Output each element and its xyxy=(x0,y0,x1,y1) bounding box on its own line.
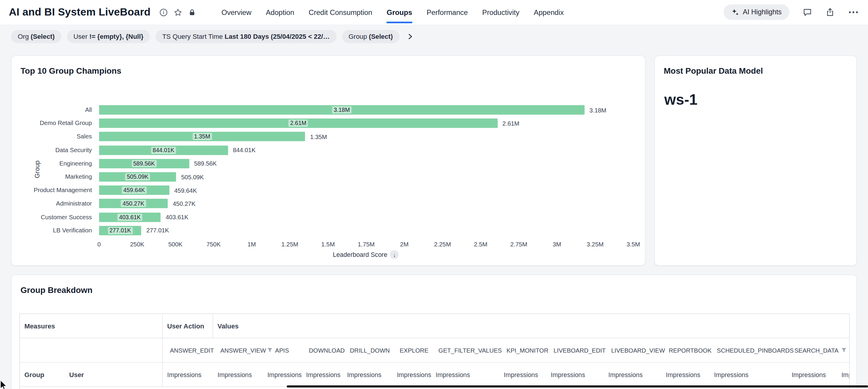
column-header-liveboard-edit[interactable]: LIVEBOARD_EDIT xyxy=(547,338,604,362)
column-header-label: ANSWER_VIEW xyxy=(220,347,266,354)
y-axis-category: Marketing xyxy=(12,173,92,180)
filter-chips: Org (Select)User != {empty}, {Null}TS Qu… xyxy=(11,30,399,43)
tab-groups[interactable]: Groups xyxy=(386,0,412,25)
tab-performance[interactable]: Performance xyxy=(427,0,468,25)
info-icon[interactable] xyxy=(160,8,168,17)
column-header-kpi-monitor[interactable]: KPI_MONITOR xyxy=(499,338,547,362)
pivot-table: Measures User Action Values ANSWER_EDITA… xyxy=(20,313,850,389)
tab-overview[interactable]: Overview xyxy=(221,0,251,25)
bar-sales[interactable]: 1.35M xyxy=(99,132,305,141)
column-header-scheduled-pinboards[interactable]: SCHEDULED_PINBOARDS xyxy=(710,338,787,362)
bar-lb-verification[interactable]: 277.01K xyxy=(99,226,142,235)
column-header-liveboard-view[interactable]: LIVEBOARD_VIEW xyxy=(604,338,661,362)
y-axis-category: Administrator xyxy=(12,200,92,207)
column-header-search-data[interactable]: SEARCH_DATA xyxy=(787,338,837,362)
more-options-icon[interactable]: ⋯ xyxy=(848,9,859,15)
bar-value-label: 2.61M xyxy=(288,120,308,127)
bar-administrator[interactable]: 450.27K xyxy=(99,199,167,209)
bar-value-label: 459.64K xyxy=(122,187,147,194)
bar-marketing[interactable]: 505.09K xyxy=(99,172,176,182)
column-header-label: REPORTBOOK xyxy=(669,347,712,354)
filter-bar: Org (Select)User != {empty}, {Null}TS Qu… xyxy=(0,25,868,48)
bar-value-label: 844.01K xyxy=(151,147,176,154)
column-header-download[interactable]: DOWNLOAD xyxy=(302,338,342,362)
tab-credit-consumption[interactable]: Credit Consumption xyxy=(309,0,372,25)
x-axis-tick: 1.75M xyxy=(348,241,384,247)
x-axis-title-label: Leaderboard Score xyxy=(333,251,388,258)
measure-cell: Impressions xyxy=(263,363,302,387)
filter-chip-ts-query-start-time[interactable]: TS Query Start Time Last 180 Days (25/04… xyxy=(156,30,337,43)
column-header-explore[interactable]: EXPLORE xyxy=(393,338,431,362)
group-column-header[interactable]: Group xyxy=(20,363,65,387)
horizontal-scrollbar[interactable] xyxy=(287,385,868,388)
bar-product-management[interactable]: 459.64K xyxy=(99,185,169,195)
bar-value-outside: 459.64K xyxy=(174,187,197,194)
measure-cell: Impressions xyxy=(837,363,849,387)
column-header-get-filter-values[interactable]: GET_FILTER_VALUES xyxy=(431,338,499,362)
filter-funnel-icon xyxy=(841,348,846,353)
measure-cell: Impressions xyxy=(302,363,342,387)
bar-value-outside: 450.27K xyxy=(173,201,195,208)
sort-desc-icon[interactable]: ↓ xyxy=(390,250,399,259)
x-axis-tick: 2.25M xyxy=(425,241,460,247)
bar-value-outside: 277.01K xyxy=(147,227,169,234)
star-icon[interactable] xyxy=(174,8,182,17)
ai-highlights-button[interactable]: AI Highlights xyxy=(723,4,789,20)
kpi-title: Most Popular Data Model xyxy=(664,66,763,76)
bar-value-label: 450.27K xyxy=(121,200,146,207)
tab-productivity[interactable]: Productivity xyxy=(482,0,520,25)
x-axis-tick: 2M xyxy=(386,241,422,247)
table-title: Group Breakdown xyxy=(21,285,92,295)
measure-cell: Impressions xyxy=(787,363,837,387)
user-column-header[interactable]: User xyxy=(65,363,162,387)
filter-chip-org[interactable]: Org (Select) xyxy=(11,30,61,43)
y-axis-category: Engineering xyxy=(12,160,92,167)
row-header-spacer xyxy=(20,338,163,362)
share-icon[interactable] xyxy=(825,7,835,17)
x-axis-tick: 3.5M xyxy=(616,241,651,247)
column-header-spotiq[interactable]: SPOTIQ xyxy=(837,338,849,362)
liveboard-page: AI and BI System LiveBoard OverviewAdopt… xyxy=(0,0,868,389)
bar-customer-success[interactable]: 403.61K xyxy=(99,212,161,222)
column-header-label: LIVEBOARD_EDIT xyxy=(554,347,606,354)
y-axis-category: Data Security xyxy=(12,147,92,154)
chevron-right-icon[interactable] xyxy=(404,30,416,43)
bar-all[interactable]: 3.18M xyxy=(99,105,584,115)
bar-value-outside: 1.35M xyxy=(310,133,327,141)
y-axis-category: LB Verification xyxy=(12,227,92,234)
bar-value-label: 1.35M xyxy=(192,133,212,140)
bar-data-security[interactable]: 844.01K xyxy=(99,145,228,155)
measures-header: Measures xyxy=(20,314,163,338)
nav-tabs: OverviewAdoptionCredit ConsumptionGroups… xyxy=(221,0,564,25)
comment-icon[interactable] xyxy=(803,7,812,17)
page-title: AI and BI System LiveBoard xyxy=(9,6,151,18)
x-axis-tick: 1M xyxy=(234,241,269,247)
column-header-drill-down[interactable]: DRILL_DOWN xyxy=(343,338,393,362)
x-axis-tick: 1.25M xyxy=(272,241,308,247)
bar-value-label: 3.18M xyxy=(332,106,351,113)
bar-demo-retail-group[interactable]: 2.61M xyxy=(99,119,497,128)
column-header-label: SEARCH_DATA xyxy=(794,347,838,354)
ai-highlights-label: AI Highlights xyxy=(743,8,781,16)
tab-appendix[interactable]: Appendix xyxy=(534,0,564,25)
kpi-value: ws-1 xyxy=(664,91,698,109)
column-header-label: LIVEBOARD_VIEW xyxy=(611,347,665,354)
filter-chip-group[interactable]: Group (Select) xyxy=(342,30,399,43)
x-axis-tick: 250K xyxy=(120,241,155,247)
column-header-answer-edit[interactable]: ANSWER_EDIT xyxy=(163,338,213,362)
column-header-label: KPI_MONITOR xyxy=(506,347,548,354)
column-header-label: APIS xyxy=(275,347,289,354)
bar-engineering[interactable]: 589.56K xyxy=(99,159,189,168)
column-header-label: SCHEDULED_PINBOARDS xyxy=(717,347,794,354)
column-header-apis[interactable]: APIS xyxy=(263,338,302,362)
values-header: Values xyxy=(213,314,849,338)
bar-value-outside: 505.09K xyxy=(181,174,204,181)
lock-icon xyxy=(188,8,196,17)
tab-adoption[interactable]: Adoption xyxy=(266,0,294,25)
ai-sparkle-icon xyxy=(731,8,739,16)
x-axis-tick: 0 xyxy=(82,241,117,247)
column-header-reportbook[interactable]: REPORTBOOK xyxy=(661,338,710,362)
column-header-answer-view[interactable]: ANSWER_VIEW xyxy=(213,338,263,362)
y-axis-category: Customer Success xyxy=(12,214,92,221)
filter-chip-user[interactable]: User != {empty}, {Null} xyxy=(67,30,150,43)
